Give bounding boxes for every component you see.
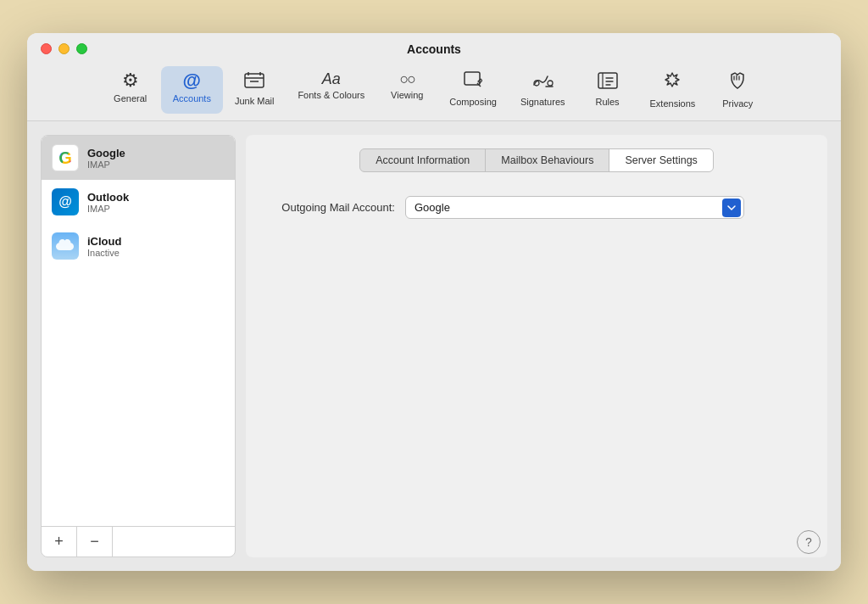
toolbar-label-general: General [114, 93, 147, 103]
rules-icon [598, 71, 618, 93]
toolbar-item-fonts-colours[interactable]: Aa Fonts & Colours [286, 66, 376, 114]
sidebar-footer: + − [42, 526, 235, 556]
traffic-lights [41, 43, 87, 54]
outgoing-mail-label: Outgoing Mail Account: [259, 201, 395, 214]
extensions-icon [662, 71, 682, 95]
toolbar-item-junk-mail[interactable]: Junk Mail [223, 66, 286, 114]
viewing-icon: ○○ [399, 71, 415, 87]
google-account-info: Google IMAP [87, 147, 125, 170]
account-item-outlook[interactable]: @ Outlook IMAP [42, 180, 235, 224]
toolbar-item-extensions[interactable]: Extensions [638, 66, 708, 114]
toolbar-item-general[interactable]: ⚙ General [100, 66, 161, 114]
icloud-account-info: iCloud Inactive [87, 235, 121, 258]
svg-point-6 [548, 81, 553, 86]
maximize-button[interactable] [76, 43, 87, 54]
junk-mail-icon [244, 71, 264, 92]
google-account-name: Google [87, 147, 125, 159]
tab-mailbox-behaviours[interactable]: Mailbox Behaviours [486, 149, 609, 171]
toolbar: ⚙ General @ Accounts [41, 63, 827, 120]
toolbar-item-viewing[interactable]: ○○ Viewing [376, 66, 437, 114]
icloud-avatar [52, 232, 79, 260]
outlook-account-type: IMAP [87, 204, 129, 214]
toolbar-item-privacy[interactable]: Privacy [707, 66, 768, 114]
outgoing-mail-select[interactable]: Google [405, 196, 744, 219]
outlook-avatar: @ [52, 188, 79, 215]
toolbar-label-fonts-colours: Fonts & Colours [298, 90, 364, 100]
toolbar-label-signatures: Signatures [520, 97, 565, 107]
outlook-account-name: Outlook [87, 191, 129, 204]
toolbar-label-accounts: Accounts [173, 93, 211, 103]
main-content: Account Information Mailbox Behaviours S… [246, 135, 827, 557]
general-icon: ⚙ [122, 71, 139, 90]
tab-bar: Account Information Mailbox Behaviours S… [359, 148, 714, 172]
toolbar-label-privacy: Privacy [722, 98, 753, 109]
toolbar-label-composing: Composing [449, 97, 497, 107]
account-list: G Google IMAP @ Outlook IMAP [42, 136, 235, 526]
minimize-button[interactable] [58, 43, 70, 54]
icloud-account-name: iCloud [87, 235, 121, 248]
tab-server-settings[interactable]: Server Settings [609, 149, 712, 171]
google-avatar: G [52, 144, 79, 171]
body: G Google IMAP @ Outlook IMAP [27, 121, 841, 571]
toolbar-label-viewing: Viewing [391, 90, 423, 100]
main-window: Accounts ⚙ General @ Accounts [27, 33, 841, 571]
signatures-icon [531, 71, 554, 93]
account-item-icloud[interactable]: iCloud Inactive [42, 224, 235, 268]
svg-rect-0 [245, 74, 264, 87]
toolbar-item-signatures[interactable]: Signatures [509, 66, 577, 114]
toolbar-label-rules: Rules [595, 97, 619, 107]
remove-account-button[interactable]: − [77, 527, 113, 557]
add-account-button[interactable]: + [42, 527, 77, 557]
fonts-colours-icon: Aa [322, 71, 341, 87]
help-button[interactable]: ? [797, 530, 821, 554]
toolbar-item-composing[interactable]: Composing [437, 66, 509, 114]
svg-rect-8 [598, 73, 617, 88]
toolbar-item-accounts[interactable]: @ Accounts [161, 66, 223, 114]
google-g-icon: G [58, 148, 72, 168]
toolbar-label-junk-mail: Junk Mail [235, 96, 274, 106]
outlook-account-info: Outlook IMAP [87, 191, 129, 214]
title-bar: Accounts ⚙ General @ Accounts [27, 33, 841, 121]
toolbar-item-rules[interactable]: Rules [577, 66, 638, 114]
outgoing-mail-row: Outgoing Mail Account: Google [259, 196, 814, 219]
window-title: Accounts [407, 42, 461, 56]
close-button[interactable] [41, 43, 52, 54]
tab-account-information[interactable]: Account Information [360, 149, 486, 171]
icloud-account-type: Inactive [87, 248, 121, 258]
sidebar: G Google IMAP @ Outlook IMAP [41, 135, 236, 557]
accounts-icon: @ [183, 71, 201, 90]
privacy-icon [728, 71, 747, 95]
outgoing-mail-select-wrapper: Google [405, 196, 744, 219]
google-account-type: IMAP [87, 159, 125, 170]
toolbar-label-extensions: Extensions [650, 98, 696, 109]
composing-icon [464, 71, 482, 93]
account-item-google[interactable]: G Google IMAP [42, 136, 235, 180]
